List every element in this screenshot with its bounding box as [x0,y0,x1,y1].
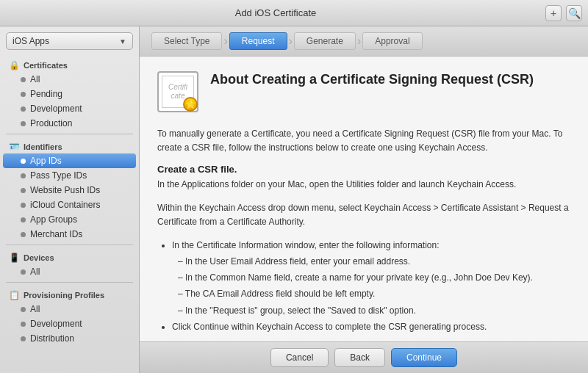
step-approval: Approval [362,32,422,50]
sidebar-item-label: Distribution [30,333,74,344]
sidebar-item-label: App Groups [30,214,77,225]
dot-icon [21,322,26,327]
sidebar-item-label: All [30,267,40,277]
sidebar-item-certs-all[interactable]: All [3,72,136,87]
dot-icon [21,77,26,82]
cert-icon-inner: Certificate ⭐ [162,76,194,108]
title-bar-title: Add iOS Certificate [6,7,545,18]
identifiers-icon: 🪪 [9,142,20,152]
certificates-label: Certificates [24,61,68,70]
csr-section: Create a CSR file. In the Applications f… [157,164,570,229]
back-button[interactable]: Back [334,348,385,367]
sidebar-item-merchant-ids[interactable]: Merchant IDs [3,227,136,242]
sidebar-item-label: Production [30,118,72,128]
provisioning-icon: 📋 [9,290,20,300]
sidebar-item-app-ids[interactable]: App IDs [3,153,136,168]
divider-2 [6,245,133,245]
sidebar-item-profiles-development[interactable]: Development [3,316,136,331]
section-text-1: In the Applications folder on your Mac, … [157,178,570,192]
sidebar-item-label: All [30,304,40,314]
step-arrow-1: › [223,35,227,48]
sidebar-item-label: Development [30,104,82,114]
sublist-item: In the Common Name field, create a name … [178,270,570,285]
sidebar-item-certs-production[interactable]: Production [3,116,136,131]
step-label-active: Request [229,32,287,50]
title-bar-right-controls[interactable]: + 🔍 [545,5,582,21]
divider-3 [6,282,133,283]
dot-icon [21,217,26,222]
sidebar-item-website-push-ids[interactable]: Website Push IDs [3,183,136,198]
sidebar-item-label: Pending [30,89,62,99]
sidebar-item-certs-pending[interactable]: Pending [3,87,136,101]
sidebar: iOS Apps ▼ 🔒 Certificates All Pending De… [0,26,140,373]
chevron-down-icon: ▼ [119,37,126,46]
list-item-text: In the Certificate Information window, e… [172,240,440,250]
main-layout: iOS Apps ▼ 🔒 Certificates All Pending De… [0,26,588,373]
list-item-2: Click Continue within Keychain Access to… [172,319,570,336]
certificates-icon: 🔒 [9,60,20,70]
section-title: Create a CSR file. [157,164,570,175]
step-arrow-3: › [357,35,361,48]
sidebar-item-app-groups[interactable]: App Groups [3,212,136,227]
devices-label: Devices [24,253,54,262]
sidebar-item-label: Merchant IDs [30,229,82,239]
sidebar-item-label: Pass Type IDs [30,170,87,181]
sidebar-item-label: App IDs [30,156,62,166]
sidebar-item-profiles-distribution[interactable]: Distribution [3,331,136,346]
sublist-item: In the User Email Address field, enter y… [178,254,570,269]
sidebar-item-devices-all[interactable]: All [3,264,136,279]
add-button[interactable]: + [545,5,562,21]
dot-icon [21,203,26,208]
page-title: About Creating a Certificate Signing Req… [210,71,534,88]
dot-icon [21,269,26,275]
dot-icon [21,232,26,237]
step-request: Request [229,32,287,50]
devices-icon: 📱 [9,253,20,263]
step-select-type: Select Type [151,32,222,50]
sublist-item: The CA Email Address field should be lef… [178,286,570,301]
steps-bar: Select Type › Request › Generate › Appro… [140,26,588,57]
dot-icon [21,173,26,178]
list-section: In the Certificate Information window, e… [157,238,570,336]
cert-text: Certificate [168,83,187,101]
title-bar: Add iOS Certificate + 🔍 [0,0,588,26]
provisioning-label: Provisioning Profiles [24,291,104,300]
intro-section: To manually generate a Certificate, you … [157,127,570,155]
step-label: Approval [362,32,422,50]
continue-button[interactable]: Continue [391,348,457,367]
step-arrow-2: › [289,35,293,48]
dot-icon [21,159,26,164]
dot-icon [21,307,26,312]
devices-section: 📱 Devices [0,248,139,264]
cancel-button[interactable]: Cancel [270,348,329,367]
step-label: Select Type [151,32,222,50]
content-header: Certificate ⭐ About Creating a Certifica… [157,71,570,112]
dot-icon [21,188,26,193]
dropdown-label: iOS Apps [12,36,49,46]
ios-apps-dropdown[interactable]: iOS Apps ▼ [6,32,133,50]
sidebar-item-icloud-containers[interactable]: iCloud Containers [3,198,136,212]
dot-icon [21,92,26,97]
provisioning-section: 📋 Provisioning Profiles [0,286,139,302]
section-text-2: Within the Keychain Access drop down men… [157,201,570,229]
dot-icon [21,121,26,126]
search-button[interactable]: 🔍 [566,5,582,21]
sidebar-item-label: iCloud Containers [30,200,100,210]
sidebar-item-certs-development[interactable]: Development [3,101,136,116]
sidebar-item-profiles-all[interactable]: All [3,302,136,316]
identifiers-label: Identifiers [24,142,62,151]
sidebar-item-pass-type-ids[interactable]: Pass Type IDs [3,168,136,183]
cert-badge: ⭐ [183,97,198,112]
content-body: Certificate ⭐ About Creating a Certifica… [140,57,588,341]
intro-text: To manually generate a Certificate, you … [157,127,570,155]
bottom-bar: Cancel Back Continue [140,341,588,373]
sidebar-item-label: Website Push IDs [30,185,100,195]
main-list: In the Certificate Information window, e… [157,238,570,336]
sublist-item: In the "Request is" group, select the "S… [178,303,570,318]
step-generate: Generate [294,32,356,50]
sublist-1: In the User Email Address field, enter y… [172,254,570,319]
step-label: Generate [294,32,356,50]
sidebar-item-label: All [30,74,40,84]
dot-icon [21,106,26,112]
certificates-section: 🔒 Certificates [0,56,139,72]
